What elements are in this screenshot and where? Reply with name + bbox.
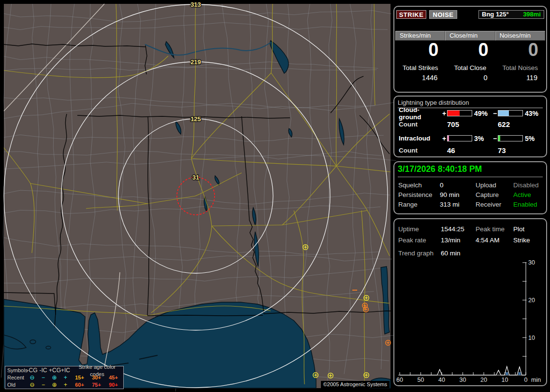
count-label: Count bbox=[399, 121, 441, 128]
lightning-map[interactable]: 31321912531 Symbols -CG -IC +CG +IC Stri… bbox=[4, 4, 391, 388]
cg-negative-count: 622 bbox=[498, 120, 510, 128]
age-badge: 90+ bbox=[105, 381, 122, 389]
plus-sign: + bbox=[441, 110, 447, 117]
intracloud-row: Intracloud + 3% − 5% bbox=[399, 135, 544, 142]
svg-text:50: 50 bbox=[418, 377, 424, 383]
cloud-ground-label: Cloud-ground bbox=[399, 106, 441, 121]
age-badge: 30+ bbox=[88, 374, 105, 381]
ic-positive-bar bbox=[447, 135, 472, 141]
small-lake bbox=[30, 340, 36, 344]
intracloud-label: Intracloud bbox=[399, 135, 441, 142]
cg-positive-pct: 49% bbox=[472, 110, 492, 117]
upload-label: Upload bbox=[476, 181, 513, 190]
rate-chips-row: Strikes/min Close/min Noises/min bbox=[395, 31, 545, 41]
svg-text:40: 40 bbox=[438, 377, 445, 383]
ic-positive-count: 46 bbox=[447, 146, 498, 154]
total-close-value: 0 bbox=[445, 74, 495, 82]
ic-positive-pct: 3% bbox=[472, 135, 492, 142]
minus-icon: − bbox=[38, 374, 49, 381]
cg-positive-bar bbox=[447, 110, 472, 116]
total-noises-label: Total Noises bbox=[495, 64, 545, 71]
svg-text:10: 10 bbox=[528, 335, 535, 341]
capture-label: Capture bbox=[476, 190, 513, 200]
legend-old-label: Old bbox=[7, 381, 27, 389]
cloud-ground-row: Cloud-ground + 49% − 43% bbox=[399, 110, 544, 117]
svg-text:20: 20 bbox=[480, 377, 487, 383]
legend-col-pos-cg: +CG bbox=[49, 367, 60, 374]
svg-text:30: 30 bbox=[460, 377, 466, 383]
rate-values-row: 0 0 0 bbox=[395, 40, 545, 60]
svg-text:219: 219 bbox=[190, 58, 201, 66]
legend-col-neg-ic: -IC bbox=[38, 367, 49, 374]
noises-per-min-chip[interactable]: Noises/min bbox=[495, 31, 545, 41]
nexstorm-window: 31321912531 Symbols -CG -IC +CG +IC Stri… bbox=[0, 0, 550, 392]
cg-positive-count: 705 bbox=[447, 120, 498, 128]
persistence-label: Persistence bbox=[398, 190, 440, 200]
status-grid: Squelch 0 Upload Disabled Persistence 90… bbox=[398, 181, 544, 210]
legend-header-row: Symbols -CG -IC +CG +IC Strike age color… bbox=[7, 367, 123, 374]
circle-plus-icon: ⊕ bbox=[49, 381, 60, 389]
strikes-per-min-chip[interactable]: Strikes/min bbox=[395, 31, 445, 41]
total-values-row: 1446 0 119 bbox=[395, 74, 545, 82]
ic-count-row: Count 46 73 bbox=[399, 147, 544, 154]
range-label: Range bbox=[398, 200, 440, 210]
total-noises-value: 119 bbox=[495, 74, 545, 82]
noises-rate-value: 0 bbox=[495, 40, 545, 60]
close-per-min-chip[interactable]: Close/min bbox=[445, 31, 495, 41]
cg-negative-pct: 43% bbox=[523, 110, 543, 117]
count-label: Count bbox=[399, 147, 441, 154]
distance-value: 398mi bbox=[523, 11, 541, 18]
cg-count-row: Count 705 622 bbox=[399, 121, 544, 128]
svg-text:0: 0 bbox=[524, 377, 528, 383]
age-badge: 15+ bbox=[71, 374, 88, 381]
strike-mode-button[interactable]: STRIKE bbox=[396, 10, 426, 19]
minus-icon: − bbox=[38, 381, 49, 389]
noise-mode-button[interactable]: NOISE bbox=[429, 10, 457, 19]
total-labels-row: Total Strikes Total Close Total Noises bbox=[395, 64, 545, 71]
map-canvas: 31321912531 bbox=[4, 4, 391, 388]
cg-negative-bar bbox=[498, 110, 523, 116]
persistence-value: 90 min bbox=[440, 190, 476, 200]
mode-buttons-row: STRIKE NOISE Bng 125° 398mi bbox=[396, 10, 544, 19]
plus-sign: + bbox=[441, 135, 447, 142]
squelch-label: Squelch bbox=[398, 181, 440, 190]
age-badge: 60+ bbox=[71, 381, 88, 389]
time-status-box: 3/17/2026 8:40:18 PM Squelch 0 Upload Di… bbox=[393, 161, 547, 214]
svg-text:min: min bbox=[531, 377, 541, 383]
svg-text:125: 125 bbox=[190, 115, 201, 123]
svg-text:10: 10 bbox=[502, 377, 508, 383]
map-legend: Symbols -CG -IC +CG +IC Strike age color… bbox=[5, 366, 124, 389]
datetime-display: 3/17/2026 8:40:18 PM bbox=[398, 164, 543, 177]
legend-col-neg-cg: -CG bbox=[27, 367, 38, 374]
upload-state: Disabled bbox=[513, 181, 544, 190]
capture-state: Active bbox=[513, 190, 544, 200]
circle-minus-icon: ⊖ bbox=[27, 381, 38, 389]
svg-text:20: 20 bbox=[528, 297, 535, 304]
trend-box: Uptime 1544:25 Peak time Plot Peak rate … bbox=[393, 218, 547, 386]
bearing-readout: Bng 125° 398mi bbox=[478, 10, 544, 19]
total-strikes-value: 1446 bbox=[395, 74, 445, 82]
ic-negative-bar bbox=[498, 135, 523, 141]
svg-text:313: 313 bbox=[190, 1, 201, 8]
svg-text:31: 31 bbox=[192, 174, 199, 181]
age-badge: 75+ bbox=[88, 381, 105, 389]
squelch-value: 0 bbox=[440, 181, 476, 190]
status-panel: STRIKE NOISE Bng 125° 398mi Strikes/min … bbox=[392, 4, 550, 388]
trend-chart: 6050403020100min102030 bbox=[394, 219, 546, 385]
strikes-rate-value: 0 bbox=[395, 40, 445, 60]
total-strikes-label: Total Strikes bbox=[395, 64, 445, 71]
svg-text:30: 30 bbox=[528, 259, 535, 266]
minus-sign: − bbox=[492, 135, 498, 142]
counters-box: STRIKE NOISE Bng 125° 398mi Strikes/min … bbox=[393, 6, 547, 93]
receiver-state: Enabled bbox=[513, 200, 544, 210]
circle-minus-icon: ⊖ bbox=[27, 374, 38, 381]
legend-recent-row: Recent ⊖ − ⊕ + 15+ 30+ 45+ bbox=[7, 374, 123, 381]
total-close-label: Total Close bbox=[445, 64, 495, 71]
distribution-box: Lightning type distribution Cloud-ground… bbox=[393, 96, 547, 157]
svg-text:60: 60 bbox=[396, 377, 403, 383]
legend-symbols-header: Symbols bbox=[7, 367, 27, 374]
legend-recent-label: Recent bbox=[7, 374, 27, 381]
bearing-value: Bng 125° bbox=[482, 11, 509, 18]
copyright-text: ©2005 Astrogenic Systems bbox=[321, 381, 390, 388]
plus-icon: + bbox=[60, 381, 71, 389]
